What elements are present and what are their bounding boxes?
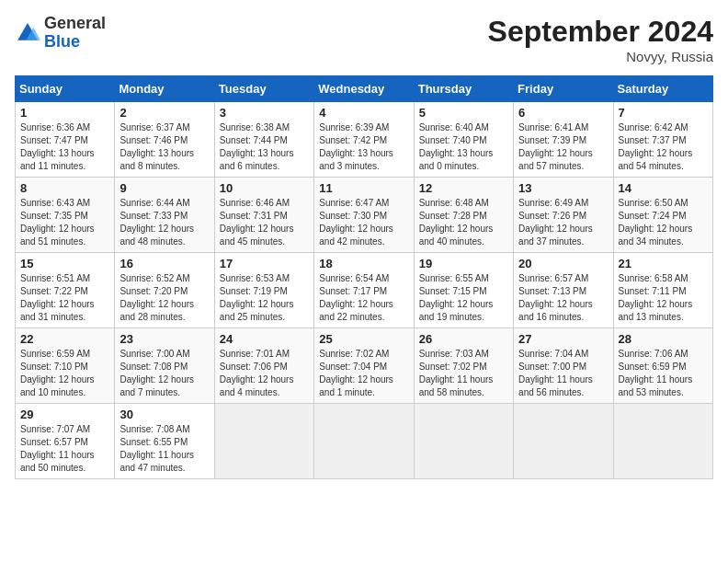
day-detail: Sunrise: 6:39 AM Sunset: 7:42 PM Dayligh… bbox=[319, 121, 408, 173]
col-wednesday: Wednesday bbox=[314, 76, 414, 102]
day-detail: Sunrise: 6:36 AM Sunset: 7:47 PM Dayligh… bbox=[20, 121, 109, 173]
day-detail: Sunrise: 6:50 AM Sunset: 7:24 PM Dayligh… bbox=[619, 197, 708, 248]
calendar-cell bbox=[214, 404, 313, 479]
day-detail: Sunrise: 6:40 AM Sunset: 7:40 PM Dayligh… bbox=[419, 121, 508, 173]
day-detail: Sunrise: 6:44 AM Sunset: 7:33 PM Dayligh… bbox=[119, 197, 209, 248]
day-number: 5 bbox=[419, 106, 508, 120]
calendar-cell: 21 Sunrise: 6:58 AM Sunset: 7:11 PM Dayl… bbox=[613, 253, 712, 328]
day-number: 27 bbox=[518, 332, 608, 346]
calendar-cell: 22 Sunrise: 6:59 AM Sunset: 7:10 PM Dayl… bbox=[16, 328, 115, 404]
calendar-cell: 4 Sunrise: 6:39 AM Sunset: 7:42 PM Dayli… bbox=[314, 102, 414, 178]
col-sunday: Sunday bbox=[16, 76, 115, 102]
calendar-cell: 15 Sunrise: 6:51 AM Sunset: 7:22 PM Dayl… bbox=[16, 253, 115, 328]
calendar-row: 22 Sunrise: 6:59 AM Sunset: 7:10 PM Dayl… bbox=[16, 328, 713, 404]
calendar-cell: 9 Sunrise: 6:44 AM Sunset: 7:33 PM Dayli… bbox=[115, 178, 214, 253]
calendar-cell: 23 Sunrise: 7:00 AM Sunset: 7:08 PM Dayl… bbox=[115, 328, 214, 404]
day-detail: Sunrise: 6:55 AM Sunset: 7:15 PM Dayligh… bbox=[419, 272, 508, 324]
day-number: 8 bbox=[20, 181, 109, 195]
calendar-cell bbox=[613, 404, 712, 479]
calendar-cell bbox=[414, 404, 513, 479]
calendar-row: 29 Sunrise: 7:07 AM Sunset: 6:57 PM Dayl… bbox=[16, 404, 713, 479]
day-detail: Sunrise: 7:07 AM Sunset: 6:57 PM Dayligh… bbox=[20, 423, 109, 475]
day-detail: Sunrise: 6:49 AM Sunset: 7:26 PM Dayligh… bbox=[518, 197, 608, 248]
calendar-cell: 25 Sunrise: 7:02 AM Sunset: 7:04 PM Dayl… bbox=[314, 328, 414, 404]
calendar-cell: 7 Sunrise: 6:42 AM Sunset: 7:37 PM Dayli… bbox=[613, 102, 712, 178]
day-number: 12 bbox=[419, 181, 508, 195]
day-number: 10 bbox=[220, 181, 309, 195]
day-detail: Sunrise: 7:08 AM Sunset: 6:55 PM Dayligh… bbox=[119, 423, 209, 475]
calendar-cell: 20 Sunrise: 6:57 AM Sunset: 7:13 PM Dayl… bbox=[514, 253, 613, 328]
calendar-cell: 11 Sunrise: 6:47 AM Sunset: 7:30 PM Dayl… bbox=[314, 178, 414, 253]
title-area: September 2024 Novyy, Russia bbox=[488, 15, 713, 64]
calendar-row: 1 Sunrise: 6:36 AM Sunset: 7:47 PM Dayli… bbox=[16, 102, 713, 178]
calendar-cell: 16 Sunrise: 6:52 AM Sunset: 7:20 PM Dayl… bbox=[115, 253, 214, 328]
day-detail: Sunrise: 7:04 AM Sunset: 7:00 PM Dayligh… bbox=[518, 348, 608, 399]
day-number: 25 bbox=[319, 332, 408, 346]
day-detail: Sunrise: 7:00 AM Sunset: 7:08 PM Dayligh… bbox=[119, 348, 209, 399]
day-number: 7 bbox=[619, 106, 708, 120]
col-monday: Monday bbox=[115, 76, 214, 102]
calendar-header-row: Sunday Monday Tuesday Wednesday Thursday… bbox=[16, 76, 713, 102]
day-number: 3 bbox=[220, 106, 309, 120]
day-number: 13 bbox=[518, 181, 608, 195]
day-number: 30 bbox=[119, 408, 209, 421]
day-number: 18 bbox=[319, 257, 408, 270]
day-detail: Sunrise: 6:54 AM Sunset: 7:17 PM Dayligh… bbox=[319, 272, 408, 324]
day-number: 28 bbox=[619, 332, 708, 346]
logo-text: General Blue bbox=[44, 15, 106, 52]
day-number: 11 bbox=[319, 181, 408, 195]
col-saturday: Saturday bbox=[613, 76, 712, 102]
day-number: 2 bbox=[119, 106, 209, 120]
day-detail: Sunrise: 6:57 AM Sunset: 7:13 PM Dayligh… bbox=[518, 272, 608, 324]
calendar-cell: 1 Sunrise: 6:36 AM Sunset: 7:47 PM Dayli… bbox=[16, 102, 115, 178]
day-number: 6 bbox=[518, 106, 608, 120]
logo-icon bbox=[15, 20, 40, 46]
logo: General Blue bbox=[15, 15, 106, 52]
calendar-cell: 26 Sunrise: 7:03 AM Sunset: 7:02 PM Dayl… bbox=[414, 328, 513, 404]
day-number: 21 bbox=[619, 257, 708, 270]
calendar-cell: 2 Sunrise: 6:37 AM Sunset: 7:46 PM Dayli… bbox=[115, 102, 214, 178]
day-detail: Sunrise: 6:38 AM Sunset: 7:44 PM Dayligh… bbox=[220, 121, 309, 173]
calendar-cell: 17 Sunrise: 6:53 AM Sunset: 7:19 PM Dayl… bbox=[214, 253, 313, 328]
calendar-cell: 6 Sunrise: 6:41 AM Sunset: 7:39 PM Dayli… bbox=[514, 102, 613, 178]
day-number: 20 bbox=[518, 257, 608, 270]
calendar-cell: 5 Sunrise: 6:40 AM Sunset: 7:40 PM Dayli… bbox=[414, 102, 513, 178]
day-detail: Sunrise: 6:46 AM Sunset: 7:31 PM Dayligh… bbox=[220, 197, 309, 248]
calendar-cell: 12 Sunrise: 6:48 AM Sunset: 7:28 PM Dayl… bbox=[414, 178, 513, 253]
day-detail: Sunrise: 7:06 AM Sunset: 6:59 PM Dayligh… bbox=[619, 348, 708, 399]
calendar-row: 8 Sunrise: 6:43 AM Sunset: 7:35 PM Dayli… bbox=[16, 178, 713, 253]
day-number: 29 bbox=[20, 408, 109, 421]
day-detail: Sunrise: 6:37 AM Sunset: 7:46 PM Dayligh… bbox=[119, 121, 209, 173]
calendar-cell: 18 Sunrise: 6:54 AM Sunset: 7:17 PM Dayl… bbox=[314, 253, 414, 328]
day-detail: Sunrise: 6:51 AM Sunset: 7:22 PM Dayligh… bbox=[20, 272, 109, 324]
calendar-cell: 14 Sunrise: 6:50 AM Sunset: 7:24 PM Dayl… bbox=[613, 178, 712, 253]
calendar-cell: 27 Sunrise: 7:04 AM Sunset: 7:00 PM Dayl… bbox=[514, 328, 613, 404]
col-friday: Friday bbox=[514, 76, 613, 102]
day-detail: Sunrise: 7:03 AM Sunset: 7:02 PM Dayligh… bbox=[419, 348, 508, 399]
calendar-table: Sunday Monday Tuesday Wednesday Thursday… bbox=[15, 75, 713, 479]
day-number: 17 bbox=[220, 257, 309, 270]
calendar-cell: 8 Sunrise: 6:43 AM Sunset: 7:35 PM Dayli… bbox=[16, 178, 115, 253]
day-number: 9 bbox=[119, 181, 209, 195]
calendar-cell: 28 Sunrise: 7:06 AM Sunset: 6:59 PM Dayl… bbox=[613, 328, 712, 404]
day-number: 23 bbox=[119, 332, 209, 346]
day-detail: Sunrise: 6:48 AM Sunset: 7:28 PM Dayligh… bbox=[419, 197, 508, 248]
month-title: September 2024 bbox=[488, 15, 713, 49]
day-number: 4 bbox=[319, 106, 408, 120]
day-number: 1 bbox=[20, 106, 109, 120]
day-detail: Sunrise: 6:53 AM Sunset: 7:19 PM Dayligh… bbox=[220, 272, 309, 324]
day-detail: Sunrise: 6:42 AM Sunset: 7:37 PM Dayligh… bbox=[619, 121, 708, 173]
calendar-cell: 24 Sunrise: 7:01 AM Sunset: 7:06 PM Dayl… bbox=[214, 328, 313, 404]
day-detail: Sunrise: 6:52 AM Sunset: 7:20 PM Dayligh… bbox=[119, 272, 209, 324]
day-number: 15 bbox=[20, 257, 109, 270]
calendar-cell: 13 Sunrise: 6:49 AM Sunset: 7:26 PM Dayl… bbox=[514, 178, 613, 253]
day-number: 24 bbox=[220, 332, 309, 346]
col-tuesday: Tuesday bbox=[214, 76, 313, 102]
col-thursday: Thursday bbox=[414, 76, 513, 102]
calendar-cell bbox=[314, 404, 414, 479]
day-detail: Sunrise: 6:43 AM Sunset: 7:35 PM Dayligh… bbox=[20, 197, 109, 248]
location: Novyy, Russia bbox=[488, 49, 713, 64]
calendar-cell: 30 Sunrise: 7:08 AM Sunset: 6:55 PM Dayl… bbox=[115, 404, 214, 479]
calendar-cell bbox=[514, 404, 613, 479]
day-detail: Sunrise: 6:58 AM Sunset: 7:11 PM Dayligh… bbox=[619, 272, 708, 324]
